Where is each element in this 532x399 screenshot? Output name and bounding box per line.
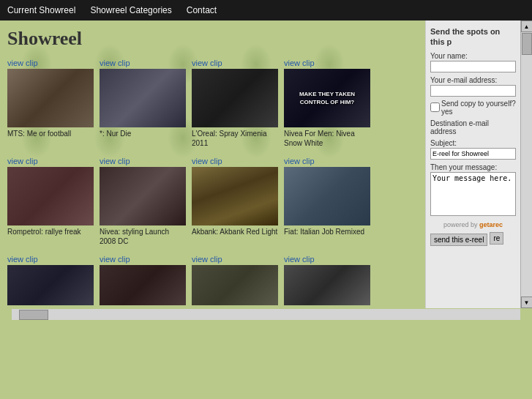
scroll-down-arrow[interactable]: ▼ [521, 297, 533, 308]
thumb-overlay-text: MAKE THEY TAKENCONTROL OF HIM? [296, 87, 358, 109]
email-label: Your e-mail address: [430, 76, 516, 84]
view-clip-link[interactable]: view clip [192, 255, 278, 264]
clip-label: *: Nur Die [100, 129, 186, 138]
view-clip-link[interactable]: view clip [100, 59, 186, 67]
subject-input[interactable] [430, 148, 516, 160]
clip-item: view clip [7, 255, 94, 305]
clip-label: Fiat: Italian Job Remixed [284, 227, 370, 236]
thumb-overlay-text [48, 95, 53, 101]
clip-item: view clip *: Nur Die [100, 59, 186, 148]
clip-item: view clip Akbank: Akbank Red Light [192, 157, 278, 246]
clip-label: Nivea For Men: Nivea Snow White [284, 129, 370, 148]
page-title: Showreel [7, 28, 418, 50]
clip-label: L'Oreal: Spray Ximenia 2011 [192, 129, 278, 148]
view-clip-link[interactable]: view clip [284, 255, 370, 264]
powered-label: powered by [443, 221, 478, 228]
name-label: Your name: [430, 52, 516, 60]
clip-thumbnail [100, 69, 186, 127]
hscroll-thumb[interactable] [19, 310, 48, 320]
horizontal-scrollbar: ◄ ► [0, 308, 532, 320]
clip-thumbnail [100, 167, 186, 225]
clip-item: view clip MAKE THEY TAKENCONTROL OF HIM?… [284, 59, 370, 148]
scroll-left-arrow[interactable]: ◄ [0, 309, 12, 321]
view-clip-link[interactable]: view clip [284, 59, 370, 67]
hscroll-track[interactable] [12, 309, 520, 320]
clip-thumbnail [192, 69, 278, 127]
message-label: Then your message: [430, 163, 516, 171]
clip-item: view clip [284, 255, 370, 305]
nav-item-showreel-categories[interactable]: Showreel Categories [90, 5, 171, 15]
scroll-up-arrow[interactable]: ▲ [521, 20, 533, 32]
clip-label: Akbank: Akbank Red Light [192, 227, 278, 236]
powered-by: powered by getarec [430, 221, 516, 228]
nav-item-contact[interactable]: Contact [187, 5, 217, 15]
dest-email-label: Destination e-mail address [430, 119, 516, 135]
clip-item: view clip Fiat: Italian Job Remixed [284, 157, 370, 246]
clip-item: view clip MTS: Me or football [7, 59, 94, 148]
scroll-right-arrow[interactable]: ► [520, 309, 532, 321]
right-panel: Send the spots on this p Your name: Your… [425, 20, 520, 308]
main-content: Showreel view clip MTS: Me or football v… [0, 20, 532, 399]
left-panel: Showreel view clip MTS: Me or football v… [0, 20, 425, 308]
reset-button[interactable]: re [490, 232, 503, 245]
clip-label: Nivea: styling Launch 2008 DC [100, 227, 186, 246]
clip-label: MTS: Me or football [7, 129, 94, 138]
name-input[interactable] [430, 61, 516, 72]
form-heading: Send the spots on this p [430, 26, 516, 48]
clip-item: view clip [100, 255, 186, 305]
content-area: Showreel view clip MTS: Me or football v… [0, 20, 532, 308]
vertical-scrollbar: ▲ ▼ [520, 20, 532, 308]
clip-row-3: view clip view clip view clip [7, 255, 418, 305]
view-clip-link[interactable]: view clip [192, 157, 278, 165]
view-clip-link[interactable]: view clip [7, 255, 94, 264]
page-wrapper: Showreel view clip MTS: Me or football v… [0, 20, 532, 399]
view-clip-link[interactable]: view clip [284, 157, 370, 165]
clip-item: view clip Nivea: styling Launch 2008 DC [100, 157, 186, 246]
scroll-thumb[interactable] [522, 33, 532, 55]
copy-checkbox[interactable] [430, 102, 440, 112]
clip-item: view clip [192, 255, 278, 305]
scroll-track[interactable] [521, 32, 532, 297]
copy-label: Send copy to yourself? yes [441, 100, 516, 116]
clip-thumbnail [7, 265, 94, 305]
clip-label: Rompetrol: rallye freak [7, 227, 94, 236]
powered-brand: getarec [479, 221, 503, 228]
send-button[interactable]: send this e-reel [430, 234, 487, 246]
clip-thumbnail [192, 265, 278, 305]
clip-thumbnail [192, 167, 278, 225]
copy-yourself-row: Send copy to yourself? yes [430, 100, 516, 116]
view-clip-link[interactable]: view clip [100, 157, 186, 165]
thumb-overlay-text [140, 95, 146, 101]
subject-label: Subject: [430, 139, 516, 147]
thumb-overlay-text [232, 95, 238, 101]
navbar: Current Showreel Showreel Categories Con… [0, 0, 532, 20]
clip-item: view clip Rompetrol: rallye freak [7, 157, 94, 246]
view-clip-link[interactable]: view clip [7, 59, 94, 67]
clip-thumbnail [7, 69, 94, 127]
clip-row-2: view clip Rompetrol: rallye freak view c… [7, 157, 418, 246]
clip-thumbnail: MAKE THEY TAKENCONTROL OF HIM? [284, 69, 370, 127]
email-input[interactable] [430, 85, 516, 97]
message-textarea[interactable]: Your message here. [430, 172, 516, 216]
clip-thumbnail [100, 265, 186, 305]
clip-thumbnail [284, 265, 370, 305]
view-clip-link[interactable]: view clip [100, 255, 186, 264]
view-clip-link[interactable]: view clip [192, 59, 278, 67]
view-clip-link[interactable]: view clip [7, 157, 94, 165]
send-row: send this e-reel re [430, 231, 516, 246]
clip-row-1: view clip MTS: Me or football view clip … [7, 59, 418, 148]
clip-thumbnail [284, 167, 370, 225]
clip-item: view clip L'Oreal: Spray Ximenia 2011 [192, 59, 278, 148]
clip-thumbnail [7, 167, 94, 225]
nav-item-current-showreel[interactable]: Current Showreel [7, 5, 75, 15]
